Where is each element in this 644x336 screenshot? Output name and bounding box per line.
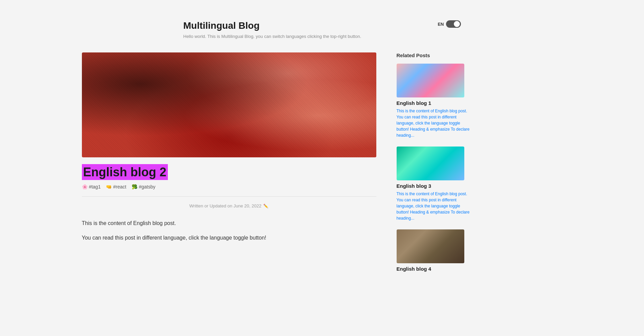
toggle-knob (454, 21, 460, 27)
body-paragraph-2: You can read this post in different lang… (82, 233, 376, 242)
related-post-2-title: English blog 3 (397, 183, 471, 189)
tag-2[interactable]: 🤜 #react (106, 184, 126, 189)
related-post-1-image (397, 64, 464, 97)
related-post-3-image (397, 229, 464, 263)
language-toggle[interactable]: EN (438, 20, 461, 28)
post-date: Written or Updated on June 20, 2022 ✏️ (82, 203, 376, 208)
post-tags: 🌸 #tag1 🤜 #react 🥦 #gatsby (82, 184, 376, 189)
body-paragraph-1: This is the content of English blog post… (82, 219, 376, 228)
related-posts-title: Related Posts (397, 52, 471, 58)
site-title: Multilingual Blog (183, 20, 461, 31)
hero-image-inner (82, 52, 376, 157)
lang-label: EN (438, 22, 444, 27)
divider (82, 196, 376, 197)
main-layout: English blog 2 🌸 #tag1 🤜 #react 🥦 #gatsb… (68, 52, 576, 280)
related-post-1-title: English blog 1 (397, 100, 471, 106)
related-post-3-title: English blog 4 (397, 266, 471, 272)
hero-image (82, 52, 376, 157)
sidebar: Related Posts English blog 1 This is the… (397, 52, 471, 280)
related-post-1-excerpt: This is the content of English blog post… (397, 108, 471, 138)
post-body: This is the content of English blog post… (82, 219, 376, 242)
tag-1[interactable]: 🌸 #tag1 (82, 184, 101, 189)
related-post-3[interactable]: English blog 4 (397, 229, 471, 272)
related-post-2-excerpt: This is the content of English blog post… (397, 191, 471, 221)
related-post-2-image (397, 147, 464, 180)
tag-3[interactable]: 🥦 #gatsby (132, 184, 155, 189)
header-area: Multilingual Blog Hello world. This is M… (170, 20, 474, 39)
related-post-2[interactable]: English blog 3 This is the content of En… (397, 147, 471, 221)
related-post-1[interactable]: English blog 1 This is the content of En… (397, 64, 471, 138)
date-text: Written or Updated on June 20, 2022 (190, 203, 262, 208)
page-wrapper: Multilingual Blog Hello world. This is M… (0, 0, 644, 280)
toggle-switch[interactable] (446, 20, 461, 28)
post-title: English blog 2 (82, 164, 168, 180)
edit-icon: ✏️ (263, 204, 268, 208)
site-description: Hello world. This is Multilingual Blog. … (183, 34, 461, 39)
swirl-overlay (82, 52, 376, 157)
main-content: English blog 2 🌸 #tag1 🤜 #react 🥦 #gatsb… (82, 52, 376, 280)
